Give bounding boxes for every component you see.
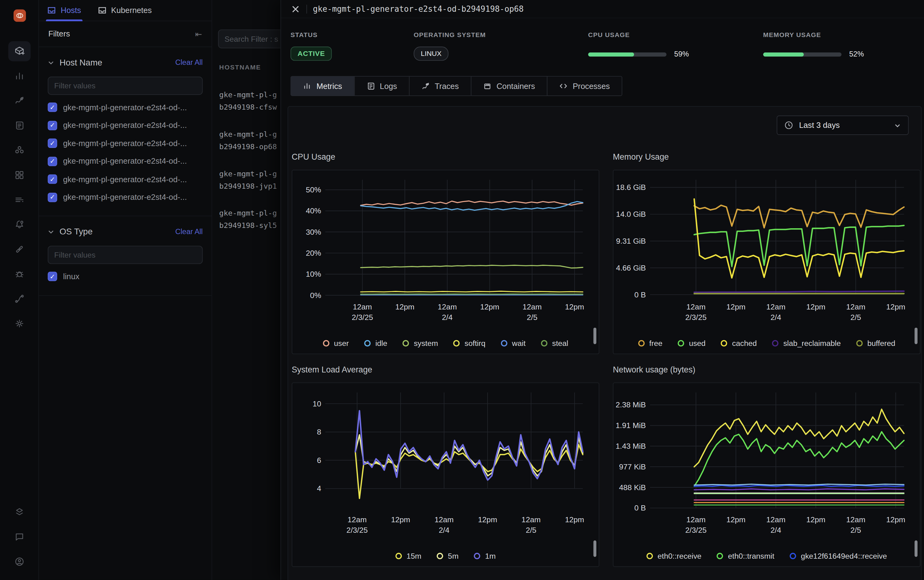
rail-item-logs-scroll-icon[interactable] bbox=[0, 113, 39, 138]
clear-all-button[interactable]: Clear All bbox=[175, 58, 203, 67]
checkbox-checked-icon[interactable]: ✓ bbox=[48, 193, 58, 202]
filter-panel: Hosts Kubernetes Filters ⇤ Host Name Cle… bbox=[39, 0, 212, 580]
legend-item-wait[interactable]: wait bbox=[501, 339, 525, 348]
legend-item-cached[interactable]: cached bbox=[721, 339, 757, 348]
rail-item-billing-list-icon[interactable] bbox=[0, 188, 39, 212]
collapse-panel-icon[interactable]: ⇤ bbox=[195, 29, 202, 39]
memory-usage-label: MEMORY USAGE bbox=[763, 31, 864, 38]
checkbox-checked-icon[interactable]: ✓ bbox=[48, 157, 58, 166]
legend-scrollbar[interactable] bbox=[593, 540, 597, 557]
rail-item-traces-route-icon[interactable] bbox=[0, 88, 39, 113]
legend-item-free[interactable]: free bbox=[638, 339, 662, 348]
filter-option[interactable]: ✓ gke-mgmt-pl-generator-e2st4-od-... bbox=[48, 170, 203, 188]
svg-text:30%: 30% bbox=[306, 228, 321, 236]
legend-item-eth0::transmit[interactable]: eth0::transmit bbox=[717, 552, 774, 560]
filter-option[interactable]: ✓ gke-mgmt-pl-generator-e2st4-od-... bbox=[48, 188, 203, 206]
cpu-usage-value: 59% bbox=[674, 50, 689, 58]
drawer-tab-containers[interactable]: Containers bbox=[471, 76, 548, 96]
rail-item-layers-icon[interactable] bbox=[0, 500, 39, 524]
chevron-down-icon[interactable] bbox=[48, 228, 54, 235]
svg-text:12pm: 12pm bbox=[726, 516, 746, 524]
drawer-tab-processes[interactable]: Processes bbox=[547, 76, 622, 96]
checkbox-checked-icon[interactable]: ✓ bbox=[48, 121, 58, 130]
legend-item-softirq[interactable]: softirq bbox=[453, 339, 486, 348]
host-table-row[interactable]: gke-mgmt-pl-g b2949198-syl5 bbox=[219, 207, 280, 232]
drawer-tab-traces[interactable]: Traces bbox=[409, 76, 471, 96]
filter-option[interactable]: ✓ gke-mgmt-pl-generator-e2st4-od-... bbox=[48, 117, 203, 134]
checkbox-checked-icon[interactable]: ✓ bbox=[48, 272, 58, 281]
time-range-select[interactable]: Last 3 days bbox=[777, 115, 909, 135]
svg-text:0%: 0% bbox=[310, 291, 321, 300]
chart-card[interactable]: 2.38 MiB1.91 MiB1.43 MiB977 KiB488 KiB0 … bbox=[613, 382, 920, 567]
rail-item-pipelines-route-icon[interactable] bbox=[0, 286, 39, 311]
drawer-tab-metrics[interactable]: Metrics bbox=[291, 76, 354, 96]
chart-card[interactable]: 18.6 GiB14.0 GiB9.31 GiB4.66 GiB0 B12am2… bbox=[613, 170, 920, 354]
rail-item-metrics-bar-chart-icon[interactable] bbox=[0, 64, 39, 88]
legend-item-gke12f61649ed4::receive[interactable]: gke12f61649ed4::receive bbox=[790, 552, 887, 560]
rail-item-dashboards-grid-icon[interactable] bbox=[0, 163, 39, 188]
legend-scrollbar[interactable] bbox=[914, 540, 917, 557]
search-filter-input[interactable]: Search Filter : s bbox=[218, 29, 280, 48]
legend-item-5m[interactable]: 5m bbox=[436, 552, 459, 560]
legend-scrollbar[interactable] bbox=[593, 328, 597, 344]
clear-all-button[interactable]: Clear All bbox=[175, 227, 203, 236]
rail-item-services-cubes-icon[interactable] bbox=[0, 138, 39, 163]
legend-item-idle[interactable]: idle bbox=[364, 339, 387, 348]
host-detail-drawer: gke-mgmt-pl-generator-e2st4-od-b2949198-… bbox=[280, 0, 924, 580]
close-icon[interactable] bbox=[292, 5, 300, 13]
legend-item-system[interactable]: system bbox=[403, 339, 438, 348]
svg-text:977 KiB: 977 KiB bbox=[619, 463, 646, 471]
legend-item-1m[interactable]: 1m bbox=[474, 552, 496, 560]
filter-option-label: gke-mgmt-pl-generator-e2st4-od-... bbox=[63, 103, 187, 112]
filter-option[interactable]: ✓ gke-mgmt-pl-generator-e2st4-od-... bbox=[48, 152, 203, 170]
legend-item-eth0::receive[interactable]: eth0::receive bbox=[646, 552, 701, 560]
filter-option[interactable]: ✓ gke-mgmt-pl-generator-e2st4-od-... bbox=[48, 134, 203, 152]
chevron-down-icon bbox=[894, 122, 901, 129]
legend-item-steal[interactable]: steal bbox=[541, 339, 568, 348]
checkbox-checked-icon[interactable]: ✓ bbox=[48, 102, 58, 112]
host-table-row[interactable]: gke-mgmt-pl-g b2949198-jvp1 bbox=[219, 167, 280, 192]
legend-item-slab_reclaimable[interactable]: slab_reclaimable bbox=[772, 339, 841, 348]
legend-item-buffered[interactable]: buffered bbox=[856, 339, 895, 348]
host-table-row[interactable]: gke-mgmt-pl-g b2949198-op68 bbox=[219, 128, 280, 153]
chart-title: System Load Average bbox=[292, 364, 600, 375]
rail-item-settings-gear-icon[interactable] bbox=[0, 311, 39, 336]
chart-card[interactable]: 50%40%30%20%10%0%12am2/3/2512pm12am2/412… bbox=[292, 170, 600, 354]
legend-item-user[interactable]: user bbox=[323, 339, 349, 348]
rail-item-exceptions-bug-icon[interactable] bbox=[0, 262, 39, 286]
drawer-tab-label: Traces bbox=[435, 82, 459, 91]
legend-scrollbar[interactable] bbox=[914, 328, 917, 344]
bar-chart-icon bbox=[303, 82, 311, 90]
tab-kubernetes[interactable]: Kubernetes bbox=[97, 0, 152, 21]
rail-item-chat-icon[interactable] bbox=[0, 524, 39, 549]
chart-block-2: System Load Average1086412am2/3/2512pm12… bbox=[292, 364, 600, 567]
rail-item-infra-package-icon[interactable] bbox=[0, 39, 39, 64]
chevron-down-icon[interactable] bbox=[48, 59, 54, 66]
cpu-usage-meter: 59% bbox=[588, 50, 688, 58]
legend-item-15m[interactable]: 15m bbox=[395, 552, 422, 560]
rail-item-alerts-bell-icon[interactable] bbox=[0, 212, 39, 237]
checkbox-checked-icon[interactable]: ✓ bbox=[48, 175, 58, 184]
legend-ring-icon bbox=[323, 340, 329, 346]
chart-card[interactable]: 1086412am2/3/2512pm12am2/412pm12am2/512p… bbox=[292, 382, 600, 567]
filter-option[interactable]: ✓ gke-mgmt-pl-generator-e2st4-od-... bbox=[48, 99, 203, 117]
filter-option[interactable]: ✓ linux bbox=[48, 267, 203, 285]
rail-item-account-user-icon[interactable] bbox=[0, 549, 39, 574]
filter-values-input[interactable]: Filter values bbox=[48, 246, 203, 264]
drawer-tab-logs[interactable]: Logs bbox=[354, 76, 410, 96]
clock-icon bbox=[784, 121, 793, 130]
route-flag-icon bbox=[421, 82, 430, 90]
host-table-row[interactable]: gke-mgmt-pl-g b2949198-cfsw bbox=[219, 88, 280, 113]
checkbox-checked-icon[interactable]: ✓ bbox=[48, 138, 58, 148]
status-label: STATUS bbox=[291, 31, 332, 38]
filter-option-label: gke-mgmt-pl-generator-e2st4-od-... bbox=[63, 193, 187, 202]
filter-values-input[interactable]: Filter values bbox=[48, 77, 203, 95]
svg-text:6: 6 bbox=[317, 456, 321, 465]
tab-hosts[interactable]: Hosts bbox=[47, 0, 81, 21]
legend-item-used[interactable]: used bbox=[678, 339, 706, 348]
chart-title: Memory Usage bbox=[613, 152, 920, 162]
host-row-line1: gke-mgmt-pl-g bbox=[219, 128, 280, 140]
rail-item-integrations-plug-icon[interactable] bbox=[0, 237, 39, 262]
app-logo[interactable] bbox=[13, 10, 26, 22]
svg-text:12am: 12am bbox=[687, 303, 706, 311]
